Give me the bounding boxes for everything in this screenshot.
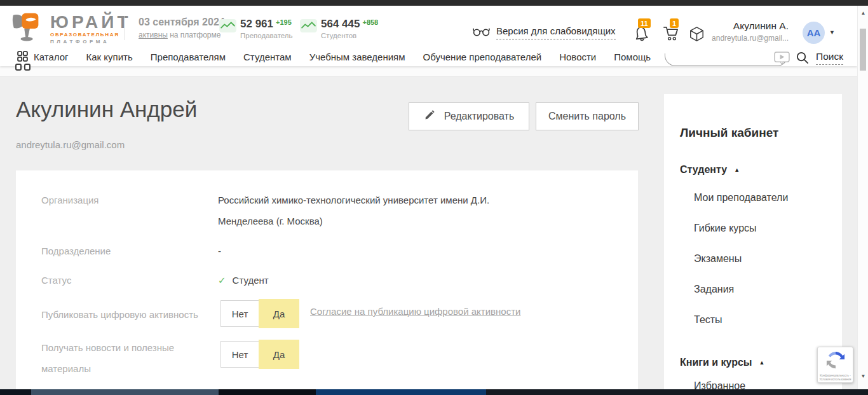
organization-label: Организация: [41, 190, 98, 211]
sidebar-section-books-courses[interactable]: Книги и курсы▲: [680, 357, 764, 368]
sidebar-section-student[interactable]: Студенту▲: [680, 164, 740, 176]
sidebar-title: Личный кабинет: [680, 126, 778, 140]
students-count: 564 445: [321, 18, 360, 30]
toggle-yes-option-selected[interactable]: Да: [259, 340, 299, 369]
publish-activity-toggle: Нет Да: [220, 300, 259, 327]
sparkline-icon: [300, 18, 317, 39]
brand-name: ЮРАЙТ: [50, 13, 132, 31]
students-label: Студентов: [321, 32, 378, 39]
status-text: Студент: [233, 275, 269, 286]
header-divider: [125, 16, 125, 40]
active-link[interactable]: активны: [139, 31, 168, 39]
personal-cabinet-sidebar: Личный кабинет Студенту▲ Мои преподавате…: [664, 94, 842, 389]
nav-item-how-to-buy[interactable]: Как купить: [86, 52, 133, 62]
owl-logo-icon: [11, 11, 44, 46]
nav-item-teachers[interactable]: Преподавателям: [151, 52, 226, 62]
organization-value: Российский химико-технологический универ…: [218, 190, 529, 232]
stat-teachers: 52 961+195 Преподаватель: [219, 18, 293, 39]
recaptcha-badge[interactable]: Конфиденциальность - Условия использован…: [817, 347, 853, 383]
newsletter-toggle: Нет Да: [220, 341, 259, 368]
toggle-no-option[interactable]: Нет: [220, 300, 259, 327]
nav-items: Каталог Как купить Преподавателям Студен…: [17, 48, 651, 66]
user-menu[interactable]: Акулинин А. andreytula.ru@gmail...: [712, 20, 789, 43]
profile-email: andreytula.ru@gmail.com: [16, 139, 125, 150]
sidebar-item-my-teachers[interactable]: Мои преподаватели: [694, 192, 788, 204]
accessibility-version-link[interactable]: Версия для слабовидящих: [473, 25, 616, 40]
user-email: andreytula.ru@gmail...: [712, 34, 789, 43]
nav-item-teacher-training[interactable]: Обучение преподавателей: [423, 52, 542, 62]
recaptcha-icon: [826, 350, 845, 372]
sidebar-item-tests[interactable]: Тесты: [694, 314, 722, 326]
chevron-up-icon: ▲: [734, 167, 740, 173]
brand-subtitle-2: ПЛАТФОРМА: [50, 39, 132, 45]
sidebar-item-exams[interactable]: Экзамены: [694, 253, 742, 265]
partial-grid-icon: [15, 64, 22, 71]
scrollbar-thumb[interactable]: [860, 29, 866, 71]
publish-activity-label: Публиковать цифровую активность: [41, 304, 232, 325]
site-header: ЮРАЙТ ОБРАЗОВАТЕЛЬНАЯ ПЛАТФОРМА 03 сентя…: [0, 6, 857, 48]
nav-item-help[interactable]: Помощь: [614, 52, 651, 62]
profile-card: Организация Российский химико-технологич…: [16, 170, 638, 389]
nav-item-institutions[interactable]: Учебным заведениям: [309, 52, 405, 62]
section-label: Студенту: [680, 164, 727, 175]
accessibility-version-label: Версия для слабовидящих: [496, 25, 616, 39]
change-password-button[interactable]: Сменить пароль: [536, 102, 639, 130]
division-value: -: [218, 240, 221, 261]
scroll-up-arrow[interactable]: ▲: [858, 10, 868, 16]
partial-grid-icon: [24, 64, 31, 71]
nav-item-news[interactable]: Новости: [559, 52, 596, 62]
notifications-badge: 11: [638, 18, 651, 28]
current-date: 03 сентября 2024: [139, 17, 225, 28]
toggle-yes-option-selected[interactable]: Да: [259, 299, 299, 328]
active-on-platform: активны на платформе: [139, 31, 225, 39]
glasses-icon: [473, 25, 490, 40]
division-label: Подразделение: [41, 240, 111, 261]
chevron-down-icon[interactable]: ▼: [829, 29, 835, 36]
user-name: Акулинин А.: [712, 20, 789, 32]
check-icon: ✓: [218, 275, 226, 286]
consent-link[interactable]: Согласие на публикацию цифровой активнос…: [310, 306, 520, 317]
recaptcha-text: Конфиденциальность - Условия использован…: [820, 374, 851, 382]
search-icon[interactable]: [796, 51, 809, 67]
avatar[interactable]: AA: [803, 22, 825, 44]
date-block: 03 сентября 2024 активны на платформе: [139, 17, 225, 39]
nav-item-students[interactable]: Студентам: [243, 52, 292, 62]
brand-logo[interactable]: ЮРАЙТ ОБРАЗОВАТЕЛЬНАЯ ПЛАТФОРМА: [11, 11, 132, 46]
toggle-no-option[interactable]: Нет: [220, 341, 259, 368]
search-button[interactable]: Поиск: [816, 51, 843, 65]
page-scrollbar[interactable]: ▲ ▼: [857, 6, 868, 389]
search-input[interactable]: [665, 53, 788, 66]
teachers-count: 52 961: [240, 18, 273, 30]
teachers-delta: +195: [276, 18, 292, 26]
stat-students: 564 445+858 Студентов: [300, 18, 378, 39]
active-suffix: на платформе: [170, 31, 220, 39]
sidebar-item-flexible-courses[interactable]: Гибкие курсы: [694, 223, 757, 234]
status-value: ✓Студент: [218, 270, 269, 291]
sub-header-strip: [0, 66, 857, 77]
status-label: Статус: [41, 270, 71, 291]
change-password-label: Сменить пароль: [548, 111, 626, 122]
cart-badge: 1: [670, 18, 679, 28]
sparkline-icon: [219, 18, 236, 39]
package-box-icon[interactable]: [689, 26, 704, 45]
edit-button[interactable]: Редактировать: [409, 102, 529, 130]
nav-item-catalog[interactable]: Каталог: [17, 51, 69, 64]
teachers-label: Преподаватель: [240, 32, 293, 39]
screen: ЮРАЙТ ОБРАЗОВАТЕЛЬНАЯ ПЛАТФОРМА 03 сентя…: [0, 0, 868, 395]
window-bottom-bar: [0, 389, 868, 395]
scroll-down-arrow[interactable]: ▼: [858, 373, 868, 379]
section-label: Книги и курсы: [680, 357, 752, 368]
edit-button-label: Редактировать: [444, 111, 515, 122]
newsletter-label: Получать новости и полезные материалы: [41, 337, 194, 379]
cart-icon[interactable]: [663, 25, 680, 44]
page-title: Акулинин Андрей: [16, 97, 197, 122]
brand-subtitle-1: ОБРАЗОВАТЕЛЬНАЯ: [50, 32, 132, 38]
grid-icon: [17, 51, 28, 64]
logo-text: ЮРАЙТ ОБРАЗОВАТЕЛЬНАЯ ПЛАТФОРМА: [50, 13, 132, 45]
voice-search-icon[interactable]: [774, 52, 790, 67]
nav-item-label: Каталог: [34, 52, 69, 62]
chevron-up-icon: ▲: [759, 359, 765, 366]
sidebar-item-assignments[interactable]: Задания: [694, 284, 734, 295]
recaptcha-terms: Условия использования: [820, 378, 851, 382]
pencil-icon: [424, 109, 435, 123]
